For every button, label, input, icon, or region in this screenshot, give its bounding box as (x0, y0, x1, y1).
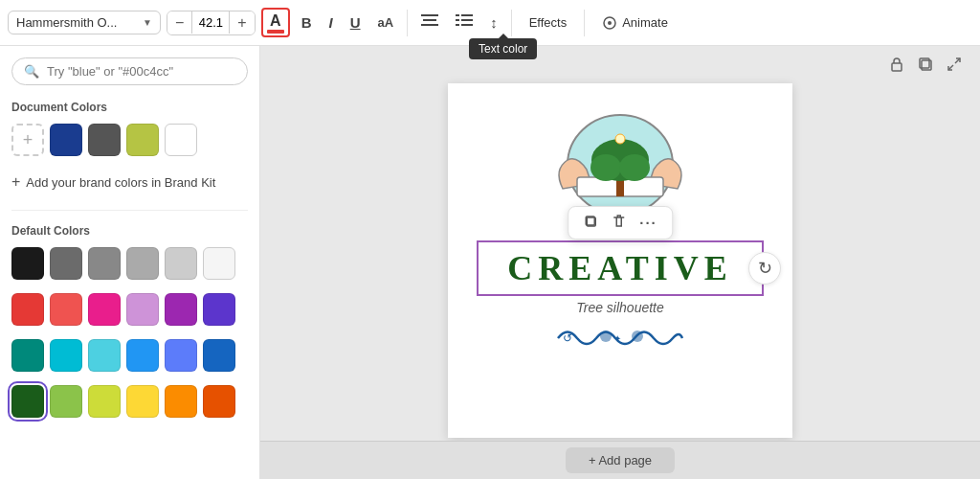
default-color-deep-purple[interactable] (203, 293, 235, 326)
expand-button[interactable] (944, 54, 965, 80)
main-content: 🔍 Document Colors + + Add your brand col… (0, 46, 980, 479)
svg-rect-6 (461, 19, 473, 21)
svg-rect-3 (456, 14, 459, 16)
effects-label: Effects (529, 15, 568, 30)
default-color-light-red[interactable] (50, 293, 82, 326)
align-button[interactable] (415, 10, 444, 35)
rotate-button[interactable]: ↻ (748, 252, 781, 285)
text-color-button[interactable]: A (261, 8, 290, 37)
text-color-icon: A (270, 11, 281, 30)
element-toolbar: ··· (568, 206, 673, 240)
toolbar-divider-2 (511, 10, 512, 36)
left-panel: 🔍 Document Colors + + Add your brand col… (0, 46, 260, 479)
svg-rect-11 (892, 63, 902, 71)
default-color-orange[interactable] (165, 385, 197, 418)
default-color-blue[interactable] (126, 339, 159, 372)
default-color-lavender[interactable] (126, 293, 159, 326)
svg-point-26 (632, 331, 643, 342)
default-color-black[interactable] (11, 247, 44, 280)
default-color-cyan[interactable] (50, 339, 82, 372)
panel-divider (11, 210, 248, 211)
underline-button[interactable]: U (345, 11, 367, 34)
default-color-dark-gray[interactable] (50, 247, 82, 280)
animate-label: Animate (622, 15, 668, 30)
default-color-mid-gray[interactable] (88, 247, 121, 280)
svg-rect-1 (423, 19, 436, 21)
default-color-dark-blue[interactable] (203, 339, 235, 372)
svg-rect-0 (421, 14, 438, 16)
copy-canvas-button[interactable] (915, 54, 936, 80)
default-color-white[interactable] (203, 247, 235, 280)
element-more-button[interactable]: ··· (633, 212, 664, 234)
expand-icon (946, 56, 963, 73)
default-color-lime[interactable] (88, 385, 121, 418)
canvas-top-icons (886, 54, 965, 80)
wave-decoration: ↺ ✦ (553, 321, 687, 361)
svg-point-22 (615, 134, 625, 144)
wave-svg: ↺ ✦ (553, 321, 687, 354)
add-color-swatch[interactable]: + (11, 124, 44, 156)
element-delete-button[interactable] (605, 211, 633, 235)
more-icon: ··· (639, 215, 657, 231)
default-color-cornflower[interactable] (165, 339, 197, 372)
font-size-increase-button[interactable]: + (230, 11, 254, 34)
color-search-bar[interactable]: 🔍 (11, 57, 248, 85)
canvas-area: ··· CREATIVE ↻ Tree silhouette ↺ ✦ (260, 46, 980, 479)
creative-text: CREATIVE (488, 248, 752, 288)
font-chevron-icon: ▼ (143, 17, 152, 28)
document-colors-grid: + (11, 124, 248, 156)
default-color-deep-orange[interactable] (203, 385, 235, 418)
default-colors-row2 (11, 293, 248, 326)
trash-icon (612, 214, 626, 229)
default-color-red[interactable] (11, 293, 44, 326)
font-selector[interactable]: Hammersmith O... ▼ (8, 11, 161, 34)
lock-icon-button[interactable] (886, 54, 907, 80)
svg-rect-8 (461, 24, 473, 26)
default-color-purple[interactable] (165, 293, 197, 326)
font-size-decrease-button[interactable]: − (167, 11, 191, 34)
svg-rect-7 (456, 24, 459, 26)
toolbar-divider-1 (407, 10, 408, 36)
default-colors-row3 (11, 339, 248, 372)
default-color-yellow[interactable] (126, 385, 159, 418)
effects-button[interactable]: Effects (520, 11, 577, 34)
animate-button[interactable]: Animate (592, 11, 678, 35)
default-color-pink[interactable] (88, 293, 121, 326)
text-case-button[interactable]: aA (372, 11, 400, 34)
bold-button[interactable]: B (296, 11, 318, 34)
default-color-teal[interactable] (11, 339, 44, 372)
subtitle-text: Tree silhouette (576, 300, 664, 315)
align-icon (421, 13, 438, 29)
canvas-page: ··· CREATIVE ↻ Tree silhouette ↺ ✦ (448, 83, 792, 438)
add-page-bar: + Add page (260, 441, 980, 479)
default-color-lighter-gray[interactable] (165, 247, 197, 280)
brand-kit-plus-icon: + (11, 173, 20, 191)
default-color-dark-green[interactable] (11, 385, 44, 418)
brand-kit-button[interactable]: + Add your brand colors in Brand Kit (11, 170, 215, 194)
search-icon: 🔍 (24, 64, 39, 79)
default-color-light-gray[interactable] (126, 247, 159, 280)
element-copy-button[interactable] (576, 211, 605, 235)
doc-color-green-yellow[interactable] (126, 124, 159, 156)
doc-color-blue[interactable] (50, 124, 82, 156)
main-toolbar: Hammersmith O... ▼ − + A B I U aA (0, 0, 980, 46)
list-button[interactable] (450, 10, 479, 35)
italic-button[interactable]: I (323, 11, 339, 34)
svg-point-25 (600, 331, 612, 342)
default-color-light-cyan[interactable] (88, 339, 121, 372)
selected-text-element[interactable]: ··· CREATIVE ↻ (477, 240, 764, 296)
doc-color-gray[interactable] (88, 124, 121, 156)
color-search-input[interactable] (47, 64, 235, 79)
font-size-input[interactable] (191, 11, 230, 34)
default-color-light-green[interactable] (50, 385, 82, 418)
default-colors-title: Default Colors (11, 224, 248, 238)
add-page-button[interactable]: + Add page (566, 447, 675, 473)
brand-kit-label: Add your brand colors in Brand Kit (26, 175, 215, 190)
copy-canvas-icon (917, 56, 934, 73)
doc-color-white[interactable] (165, 124, 197, 156)
spacing-button[interactable]: ↕ (484, 11, 503, 34)
text-color-bar (267, 30, 284, 34)
svg-point-21 (619, 154, 650, 181)
default-colors-row4 (11, 385, 248, 418)
default-colors-row1 (11, 247, 248, 280)
